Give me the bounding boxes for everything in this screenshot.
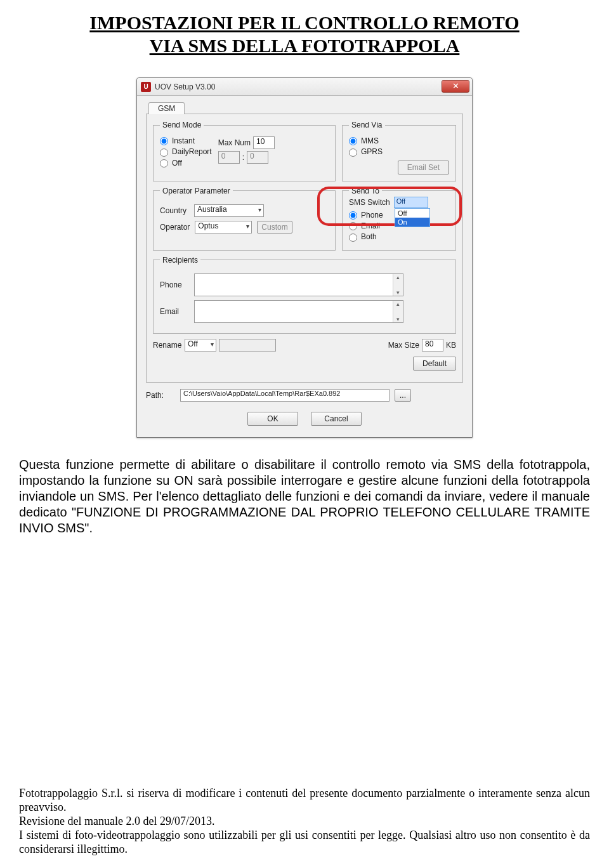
browse-button[interactable]: ... <box>395 389 411 402</box>
radio-off[interactable]: Off <box>160 159 212 168</box>
path-label: Path: <box>146 391 175 400</box>
window-title: UOV Setup V3.00 <box>155 82 215 91</box>
email-set-button[interactable]: Email Set <box>398 161 449 174</box>
tab-gsm[interactable]: GSM <box>148 102 185 114</box>
maxsize-label: Max Size <box>388 341 419 350</box>
app-icon: U <box>141 82 151 92</box>
maxsize-input[interactable]: 80 <box>422 339 443 352</box>
tab-panel: Send Mode Instant DailyReport Off Max Nu… <box>146 114 463 383</box>
send-to-legend: Send To <box>349 187 382 195</box>
operator-select[interactable]: Optus <box>195 221 252 233</box>
radio-dailyreport[interactable]: DailyReport <box>160 147 212 156</box>
radio-instant[interactable]: Instant <box>160 136 212 145</box>
operator-group: Operator Parameter Country Australia Ope… <box>153 187 336 251</box>
setup-window: U UOV Setup V3.00 ✕ GSM Send Mode Instan… <box>136 77 473 438</box>
rename-select[interactable]: Off <box>185 339 216 352</box>
title-line-1: IMPOSTAZIONI PER IL CONTROLLO REMOTO <box>89 12 519 33</box>
footer: Fototrappolaggio S.r.l. si riserva di mo… <box>19 787 590 857</box>
phone-listbox[interactable]: ▴▾ <box>194 273 403 296</box>
sms-switch-label: SMS Switch <box>349 198 390 207</box>
email-listbox[interactable]: ▴▾ <box>194 300 403 323</box>
send-mode-group: Send Mode Instant DailyReport Off Max Nu… <box>153 121 336 181</box>
close-icon: ✕ <box>452 81 459 91</box>
cancel-button[interactable]: Cancel <box>311 412 362 426</box>
sms-switch-select[interactable]: Off <box>394 197 428 208</box>
operator-legend: Operator Parameter <box>160 187 233 195</box>
title-line-2: VIA SMS DELLA FOTOTRAPPOLA <box>150 35 460 56</box>
sms-switch-option-on[interactable]: On <box>395 218 429 227</box>
close-button[interactable]: ✕ <box>442 80 469 93</box>
send-via-legend: Send Via <box>349 121 385 129</box>
send-mode-legend: Send Mode <box>160 121 204 129</box>
operator-label: Operator <box>160 223 190 232</box>
footer-line-2: Revisione del manuale 2.0 del 29/07/2013… <box>19 815 214 827</box>
path-input[interactable]: C:\Users\Vaio\AppData\Local\Temp\Rar$EXa… <box>180 389 390 402</box>
recipients-legend: Recipients <box>160 256 200 265</box>
email-label: Email <box>160 307 189 316</box>
sms-switch-option-off[interactable]: Off <box>395 209 429 218</box>
email-scrollbar[interactable]: ▴▾ <box>393 301 403 322</box>
radio-gprs[interactable]: GPRS <box>349 147 449 156</box>
titlebar: U UOV Setup V3.00 ✕ <box>137 78 472 96</box>
rename-input[interactable] <box>219 339 276 352</box>
radio-mms[interactable]: MMS <box>349 136 449 145</box>
body-paragraph: Questa funzione permette di abilitare o … <box>19 457 590 536</box>
max-num-label: Max Num <box>218 138 251 147</box>
sms-switch-dropdown[interactable]: Off On <box>395 208 430 227</box>
country-label: Country <box>160 206 189 215</box>
custom-button[interactable]: Custom <box>257 221 292 233</box>
maxsize-unit: KB <box>446 341 456 350</box>
phone-label: Phone <box>160 280 189 289</box>
footer-line-1: Fototrappolaggio S.r.l. si riserva di mo… <box>19 787 590 813</box>
max-num-input[interactable]: 10 <box>253 136 275 149</box>
daily-min-input[interactable]: 0 <box>247 151 268 164</box>
recipients-group: Recipients Phone ▴▾ Email ▴▾ <box>153 256 456 334</box>
daily-hour-input[interactable]: 0 <box>218 151 240 164</box>
radio-both[interactable]: Both <box>349 232 449 241</box>
phone-scrollbar[interactable]: ▴▾ <box>393 274 403 296</box>
ok-button[interactable]: OK <box>247 412 298 426</box>
rename-label: Rename <box>153 341 182 350</box>
send-via-group: Send Via MMS GPRS Email Set <box>342 121 456 181</box>
page-title: IMPOSTAZIONI PER IL CONTROLLO REMOTO VIA… <box>19 11 590 57</box>
default-button[interactable]: Default <box>413 357 456 371</box>
country-select[interactable]: Australia <box>194 204 264 217</box>
footer-line-3: I sistemi di foto-videotrappolaggio sono… <box>19 829 590 855</box>
send-to-group: SMS Switch Off Off On Send To Phone Emai… <box>342 187 456 251</box>
